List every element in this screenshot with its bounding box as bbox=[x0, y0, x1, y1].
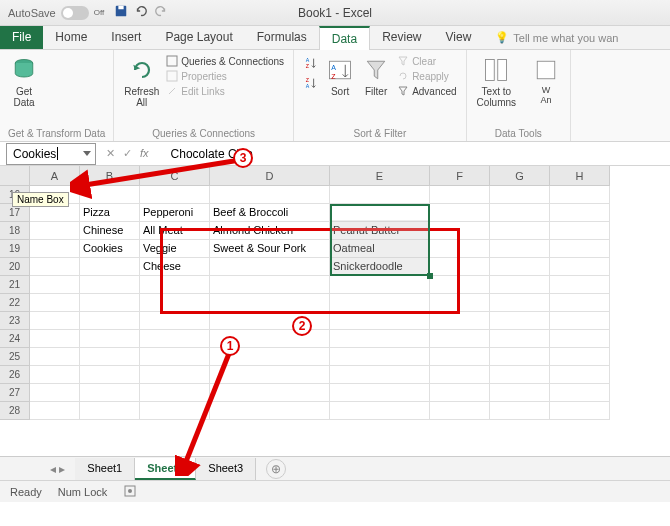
fx-icon[interactable]: fx bbox=[140, 147, 155, 160]
row-header[interactable]: 19 bbox=[0, 240, 30, 258]
cell[interactable] bbox=[430, 348, 490, 366]
col-header[interactable]: A bbox=[30, 166, 80, 186]
cell[interactable] bbox=[210, 294, 330, 312]
reapply-button[interactable]: Reapply bbox=[396, 69, 457, 83]
tab-page-layout[interactable]: Page Layout bbox=[153, 26, 244, 49]
cell[interactable] bbox=[430, 384, 490, 402]
queries-connections-button[interactable]: Queries & Connections bbox=[165, 54, 285, 68]
cell[interactable]: Snickerdoodle bbox=[330, 258, 430, 276]
cell[interactable]: Peanut Butter bbox=[330, 222, 430, 240]
cell[interactable] bbox=[80, 294, 140, 312]
advanced-filter-button[interactable]: Advanced bbox=[396, 84, 457, 98]
cell[interactable] bbox=[430, 258, 490, 276]
cell[interactable] bbox=[490, 186, 550, 204]
cell[interactable] bbox=[30, 222, 80, 240]
cell[interactable] bbox=[550, 204, 610, 222]
tab-data[interactable]: Data bbox=[319, 26, 370, 50]
cell[interactable] bbox=[550, 186, 610, 204]
cell[interactable] bbox=[550, 402, 610, 420]
cell[interactable] bbox=[490, 276, 550, 294]
cell[interactable] bbox=[490, 366, 550, 384]
cell[interactable] bbox=[430, 330, 490, 348]
cell[interactable]: Veggie bbox=[140, 240, 210, 258]
cell[interactable] bbox=[80, 384, 140, 402]
cell[interactable]: Chinese bbox=[80, 222, 140, 240]
tab-review[interactable]: Review bbox=[370, 26, 433, 49]
filter-button[interactable]: Filter bbox=[360, 54, 392, 99]
col-header[interactable]: G bbox=[490, 166, 550, 186]
text-to-columns-button[interactable]: Text to Columns bbox=[475, 54, 518, 110]
cell[interactable] bbox=[490, 312, 550, 330]
cell[interactable] bbox=[550, 276, 610, 294]
cell[interactable] bbox=[490, 204, 550, 222]
cell[interactable] bbox=[210, 258, 330, 276]
row-header[interactable]: 20 bbox=[0, 258, 30, 276]
cell[interactable]: Cheese bbox=[140, 258, 210, 276]
row-header[interactable]: 18 bbox=[0, 222, 30, 240]
refresh-all-button[interactable]: Refresh All bbox=[122, 54, 161, 110]
cell[interactable]: Cookies bbox=[80, 240, 140, 258]
redo-icon[interactable] bbox=[154, 4, 168, 21]
cell[interactable] bbox=[140, 312, 210, 330]
cell[interactable] bbox=[140, 402, 210, 420]
cell[interactable] bbox=[550, 348, 610, 366]
cell[interactable] bbox=[550, 222, 610, 240]
cell[interactable] bbox=[80, 402, 140, 420]
sheet-tab-sheet1[interactable]: Sheet1 bbox=[75, 458, 135, 480]
cell[interactable] bbox=[210, 366, 330, 384]
sort-asc-button[interactable]: AZ bbox=[302, 54, 320, 72]
cell[interactable] bbox=[80, 330, 140, 348]
cell[interactable] bbox=[30, 240, 80, 258]
cell[interactable] bbox=[210, 402, 330, 420]
cell[interactable] bbox=[80, 348, 140, 366]
sheet-nav[interactable]: ◂ ▸ bbox=[40, 462, 75, 476]
cell[interactable] bbox=[330, 384, 430, 402]
cell[interactable] bbox=[140, 366, 210, 384]
cell[interactable] bbox=[490, 348, 550, 366]
cell[interactable] bbox=[80, 258, 140, 276]
cell[interactable] bbox=[430, 402, 490, 420]
cell[interactable] bbox=[490, 240, 550, 258]
cell[interactable] bbox=[140, 384, 210, 402]
autosave-toggle[interactable]: AutoSave Off bbox=[8, 6, 104, 20]
col-header[interactable]: D bbox=[210, 166, 330, 186]
cell[interactable] bbox=[490, 222, 550, 240]
cell[interactable] bbox=[30, 384, 80, 402]
cell[interactable] bbox=[330, 294, 430, 312]
cell[interactable]: Almond Chicken bbox=[210, 222, 330, 240]
cell[interactable] bbox=[30, 348, 80, 366]
cell[interactable] bbox=[80, 186, 140, 204]
cell[interactable] bbox=[550, 258, 610, 276]
cell[interactable] bbox=[30, 402, 80, 420]
row-header[interactable]: 26 bbox=[0, 366, 30, 384]
tab-insert[interactable]: Insert bbox=[99, 26, 153, 49]
tab-file[interactable]: File bbox=[0, 26, 43, 49]
cell[interactable] bbox=[430, 204, 490, 222]
enter-icon[interactable]: ✓ bbox=[123, 147, 132, 160]
row-header[interactable]: 28 bbox=[0, 402, 30, 420]
cell[interactable] bbox=[30, 330, 80, 348]
row-header[interactable]: 21 bbox=[0, 276, 30, 294]
cell[interactable] bbox=[550, 330, 610, 348]
cell[interactable]: Pepperoni bbox=[140, 204, 210, 222]
cell[interactable]: Beef & Broccoli bbox=[210, 204, 330, 222]
tab-view[interactable]: View bbox=[434, 26, 484, 49]
cancel-icon[interactable]: ✕ bbox=[106, 147, 115, 160]
row-header[interactable]: 23 bbox=[0, 312, 30, 330]
cell[interactable] bbox=[490, 384, 550, 402]
cell[interactable] bbox=[430, 222, 490, 240]
col-header[interactable]: F bbox=[430, 166, 490, 186]
cell[interactable] bbox=[330, 402, 430, 420]
cell[interactable] bbox=[210, 312, 330, 330]
tab-formulas[interactable]: Formulas bbox=[245, 26, 319, 49]
cell[interactable]: All Meat bbox=[140, 222, 210, 240]
cell[interactable] bbox=[30, 294, 80, 312]
cell[interactable] bbox=[490, 258, 550, 276]
cell[interactable] bbox=[30, 276, 80, 294]
col-header[interactable]: E bbox=[330, 166, 430, 186]
name-box[interactable]: Cookies bbox=[6, 143, 96, 165]
cell[interactable] bbox=[550, 240, 610, 258]
cell[interactable]: Pizza bbox=[80, 204, 140, 222]
sheet-tab-sheet3[interactable]: Sheet3 bbox=[196, 458, 256, 480]
edit-links-button[interactable]: Edit Links bbox=[165, 84, 285, 98]
